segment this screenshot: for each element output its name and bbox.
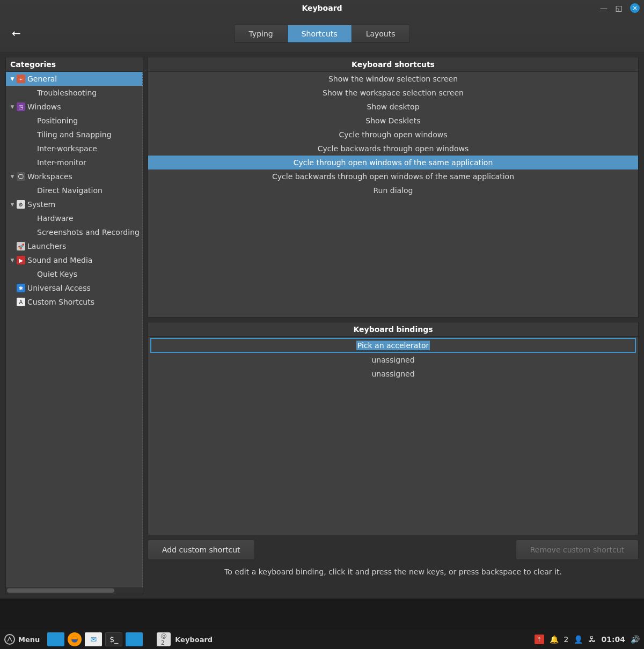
tray-user-icon[interactable]: 👤 [574,635,583,644]
tray-notification-count: 2 [564,635,569,644]
category-direct-navigation[interactable]: Direct Navigation [6,183,143,197]
sidebar-scrollbar[interactable] [6,587,143,594]
category-general[interactable]: ▼⌁General [6,72,143,86]
tray-clock[interactable]: 01:04 [601,635,625,644]
general-icon: ⌁ [17,75,25,83]
shortcuts-panel: Keyboard shortcuts Show the window selec… [148,57,639,318]
category-label: Workspaces [27,172,72,181]
universal-icon: ✱ [17,284,25,292]
window-title: Keyboard [302,4,342,12]
shortcut-row[interactable]: Cycle backwards through open windows [148,142,638,156]
binding-row[interactable]: Pick an accelerator [150,338,636,353]
category-label: Sound and Media [27,256,92,264]
category-label: Universal Access [27,284,91,292]
taskbar-active-window[interactable]: @2 Keyboard [157,632,213,646]
taskbar-file-manager-icon[interactable] [47,632,64,646]
chevron-down-icon: ▼ [9,202,16,207]
menu-button[interactable]: Menu [4,634,40,645]
category-troubleshooting[interactable]: Troubleshooting [6,86,143,100]
taskbar-files-icon[interactable] [126,632,143,646]
launchers-icon: 🚀 [17,242,25,250]
taskbar-terminal-icon[interactable]: $_ [105,632,122,646]
tab-layouts[interactable]: Layouts [352,25,409,42]
chevron-down-icon: ▼ [9,257,16,263]
help-text: To edit a keyboard binding, click it and… [148,564,639,576]
binding-row[interactable]: unassigned [150,367,636,381]
menu-label: Menu [18,636,40,644]
close-button[interactable]: ✕ [630,3,640,13]
back-button[interactable]: ← [12,27,21,40]
category-label: Custom Shortcuts [27,298,94,306]
tab-shortcuts[interactable]: Shortcuts [288,25,352,42]
category-quiet-keys[interactable]: Quiet Keys [6,267,143,281]
taskbar-firefox-icon[interactable] [68,632,82,646]
tray-volume-icon[interactable]: 🔊 [631,635,640,644]
shortcut-row[interactable]: Cycle through open windows [148,128,638,142]
tab-typing[interactable]: Typing [235,25,287,42]
shortcut-row[interactable]: Show the window selection screen [148,72,638,86]
category-universal-access[interactable]: ✱Universal Access [6,281,143,295]
shortcut-row[interactable]: Run dialog [148,183,638,197]
maximize-button[interactable]: ◱ [615,4,623,12]
chevron-down-icon: ▼ [9,104,16,109]
category-label: Launchers [27,242,66,250]
category-inter-workspace[interactable]: Inter-workspace [6,142,143,156]
taskbar: Menu ✉ $_ @2 Keyboard ↑ 🔔 2 👤 🖧 01:04 🔊 [0,630,644,649]
workspaces-icon: 🖵 [17,172,25,181]
tray-notifications-icon[interactable]: 🔔 [550,635,559,644]
windows-icon: ◳ [17,102,25,111]
chevron-down-icon: ▼ [9,174,16,179]
tray-network-icon[interactable]: 🖧 [588,635,596,644]
add-custom-shortcut-button[interactable]: Add custom shortcut [148,540,255,560]
system-icon: ⚙ [17,200,25,209]
taskbar-mail-icon[interactable]: ✉ [85,632,102,646]
tray-update-icon[interactable]: ↑ [535,635,544,644]
shortcut-row[interactable]: Cycle through open windows of the same a… [148,156,638,169]
category-custom-shortcuts[interactable]: ACustom Shortcuts [6,295,143,309]
view-tabs: Typing Shortcuts Layouts [234,25,409,43]
category-windows[interactable]: ▼◳Windows [6,100,143,114]
bindings-header: Keyboard bindings [148,322,638,337]
category-screenshots-and-recording[interactable]: Screenshots and Recording [6,225,143,239]
minimize-button[interactable]: — [600,4,608,12]
category-label: General [27,75,57,83]
shortcut-row[interactable]: Show Desklets [148,114,638,128]
categories-sidebar: Categories ▼⌁GeneralTroubleshooting▼◳Win… [5,57,143,594]
category-inter-monitor[interactable]: Inter-monitor [6,156,143,169]
remove-custom-shortcut-button: Remove custom shortcut [516,540,639,560]
category-label: Windows [27,102,61,111]
sidebar-scrollbar-thumb[interactable] [7,588,114,593]
category-sound-and-media[interactable]: ▼▶Sound and Media [6,253,143,267]
taskbar-active-label: Keyboard [175,636,213,644]
menu-logo-icon [4,634,15,645]
category-hardware[interactable]: Hardware [6,211,143,225]
sound-icon: ▶ [17,256,25,264]
category-tiling-and-snapping[interactable]: Tiling and Snapping [6,128,143,142]
shortcut-row[interactable]: Show desktop [148,100,638,114]
category-positioning[interactable]: Positioning [6,114,143,128]
shortcut-row[interactable]: Show the workspace selection screen [148,86,638,100]
category-launchers[interactable]: 🚀Launchers [6,239,143,253]
shortcuts-header: Keyboard shortcuts [148,57,638,72]
keyboard-app-icon: @2 [157,632,171,646]
categories-header: Categories [6,57,143,72]
custom-icon: A [17,298,25,306]
category-label: System [27,200,55,209]
bindings-panel: Keyboard bindings Pick an acceleratoruna… [148,322,639,535]
binding-row[interactable]: unassigned [150,353,636,367]
shortcut-row[interactable]: Cycle backwards through open windows of … [148,169,638,183]
category-workspaces[interactable]: ▼🖵Workspaces [6,169,143,183]
category-system[interactable]: ▼⚙System [6,197,143,211]
sidebar-resize-handle[interactable] [142,72,143,587]
chevron-down-icon: ▼ [9,76,16,82]
